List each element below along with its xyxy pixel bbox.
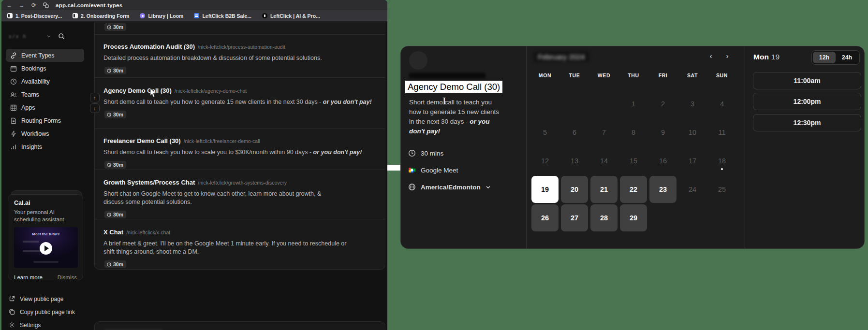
forward-icon[interactable]: → bbox=[19, 2, 25, 8]
event-card[interactable]: X Chat/nick-leftclick/x-chat A brief mee… bbox=[95, 219, 385, 269]
duration-row: 30 mins bbox=[408, 149, 443, 157]
move-up-button[interactable]: ↑ bbox=[90, 93, 100, 102]
search-icon[interactable] bbox=[58, 33, 65, 40]
calendar-day[interactable]: 20 bbox=[561, 176, 588, 203]
month-label-blurred: February 2024 bbox=[534, 52, 589, 62]
event-card[interactable]: Freelancer Demo Call (30)/nick-leftclick… bbox=[95, 129, 385, 170]
calendar-day: 3 bbox=[679, 90, 706, 117]
calendar-day[interactable]: 22 bbox=[620, 176, 647, 203]
event-card[interactable]: Process Automation Audit (30)/nick-leftc… bbox=[95, 34, 385, 77]
toggle-24h[interactable]: 24h bbox=[836, 52, 858, 63]
timezone-selector[interactable]: America/Edmonton bbox=[408, 183, 491, 191]
event-card[interactable]: Growth Systems/Process Chat/nick-leftcli… bbox=[95, 170, 385, 219]
bar-chart-icon bbox=[10, 143, 17, 150]
view-public-page-link[interactable]: View public page bbox=[9, 292, 84, 305]
sidebar-item-teams[interactable]: Teams bbox=[6, 88, 84, 101]
sidebar-item-event-types[interactable]: Event Types bbox=[6, 49, 84, 62]
prev-month-button[interactable]: ‹ bbox=[707, 52, 715, 60]
calendar-day: 18 bbox=[708, 147, 736, 174]
duration-badge: 30m bbox=[104, 260, 126, 268]
copy-public-page-link[interactable]: Copy public page link bbox=[9, 305, 84, 318]
sidebar-item-routing-forms[interactable]: Routing Forms bbox=[6, 114, 84, 127]
play-button[interactable] bbox=[40, 242, 52, 255]
reload-icon[interactable]: ⟳ bbox=[31, 2, 36, 8]
learn-more-button[interactable]: Learn more bbox=[14, 274, 43, 280]
black-circle-icon bbox=[262, 13, 267, 18]
calendar-day: 15 bbox=[620, 147, 647, 174]
browser-window: ← → ⟳ app.cal.com/event-types 1. Post-Di… bbox=[1, 0, 387, 330]
sidebar-item-workflows[interactable]: Workflows bbox=[6, 127, 84, 140]
dismiss-button[interactable]: Dismiss bbox=[58, 274, 77, 280]
calendar-day[interactable]: 29 bbox=[620, 204, 647, 231]
sidebar-item-availability[interactable]: Availability bbox=[6, 75, 84, 88]
calendar-day[interactable]: 27 bbox=[561, 204, 588, 231]
calendar-day: 13 bbox=[561, 147, 588, 174]
event-type-list: 30m Process Automation Audit (30)/nick-l… bbox=[94, 22, 385, 270]
file-icon bbox=[10, 117, 17, 124]
calendar-day[interactable]: 23 bbox=[649, 176, 677, 203]
loom-icon bbox=[140, 13, 145, 18]
calendar-day: 17 bbox=[679, 147, 706, 174]
grid-icon bbox=[10, 104, 17, 111]
workspace-name-blurred[interactable]: s / x h bbox=[9, 33, 46, 39]
calendar-grid: 1234567891011121314151617181920212223242… bbox=[531, 90, 736, 231]
booking-info-panel: Agency Demo Call (30) Short demo call to… bbox=[401, 46, 527, 248]
event-description: Detailed process automation breakdown & … bbox=[103, 54, 377, 62]
bookmark-item[interactable]: 1. Post-Discovery... bbox=[7, 13, 62, 19]
sidebar-item-bookings[interactable]: Bookings bbox=[6, 62, 84, 75]
event-card[interactable]: ↑ ↓ Agency Demo Call (30)/nick-leftclick… bbox=[95, 77, 385, 129]
duration-badge: 30m bbox=[104, 111, 126, 118]
event-slug: /nick-leftclick/process-automation-audit bbox=[198, 44, 285, 50]
sidebar-item-label: Teams bbox=[21, 91, 39, 98]
sidebar-item-apps[interactable]: Apps bbox=[6, 101, 84, 114]
browser-url-bar: ← → ⟳ app.cal.com/event-types bbox=[1, 0, 387, 10]
event-title: Freelancer Demo Call (30) bbox=[103, 137, 181, 144]
day-header: MON bbox=[531, 72, 559, 78]
calendar-day: 25 bbox=[708, 176, 736, 203]
calendar-day[interactable]: 26 bbox=[531, 204, 559, 231]
bookmark-item[interactable]: 2. Onboarding Form bbox=[73, 13, 129, 19]
calendar-day: 24 bbox=[679, 176, 706, 203]
sidebar-item-insights[interactable]: Insights bbox=[6, 140, 84, 153]
promo-video-thumbnail[interactable]: Meet the future bbox=[14, 227, 78, 268]
duration-badge: 30m bbox=[104, 161, 126, 169]
clock-icon bbox=[107, 25, 111, 29]
calendar-day bbox=[561, 90, 588, 117]
link-icon bbox=[10, 52, 17, 59]
event-slug: /nick-leftclick/freelancer-demo-call bbox=[184, 138, 260, 144]
move-down-button[interactable]: ↓ bbox=[90, 103, 100, 113]
clock-icon bbox=[107, 69, 111, 73]
sidebar-item-label: Routing Forms bbox=[21, 117, 61, 124]
bookmark-item[interactable]: LeftClick | AI & Pro... bbox=[262, 13, 320, 19]
event-title: Growth Systems/Process Chat bbox=[103, 179, 195, 186]
time-slot[interactable]: 12:00pm bbox=[753, 93, 861, 110]
toggle-12h[interactable]: 12h bbox=[813, 52, 836, 63]
calendar-day bbox=[590, 90, 618, 117]
time-slot[interactable]: 11:00am bbox=[753, 72, 861, 89]
time-slot[interactable]: 12:30pm bbox=[753, 114, 861, 131]
event-card-partial[interactable]: 30m bbox=[95, 22, 385, 34]
back-icon[interactable]: ← bbox=[6, 2, 12, 8]
calendar-day[interactable]: 19 bbox=[531, 176, 559, 203]
selected-day-label: Mon19 bbox=[753, 53, 780, 61]
bookmark-item[interactable]: LeftClick B2B Sale... bbox=[194, 13, 251, 19]
next-month-button[interactable]: › bbox=[723, 52, 731, 60]
host-avatar bbox=[409, 51, 427, 70]
site-info-icon[interactable] bbox=[43, 2, 49, 8]
sidebar-item-label: Insights bbox=[21, 143, 42, 150]
event-slug: /nick-leftclick/x-chat bbox=[126, 230, 170, 235]
time-slots-panel: Mon19 12h 24h 11:00am 12:00pm 12:30pm bbox=[745, 46, 864, 248]
calendar-day: 1 bbox=[620, 90, 647, 117]
sidebar-nav: Event Types Bookings Availability Teams … bbox=[6, 49, 84, 153]
calendar-day: 9 bbox=[649, 119, 677, 146]
settings-link[interactable]: Settings bbox=[9, 318, 84, 330]
today-dot bbox=[721, 168, 723, 170]
sidebar-item-label: Bookings bbox=[21, 65, 46, 72]
bookmark-item[interactable]: Library | Loom bbox=[140, 13, 183, 19]
calendar-day[interactable]: 21 bbox=[590, 176, 618, 203]
clock-icon bbox=[408, 149, 416, 157]
url-text[interactable]: app.cal.com/event-types bbox=[56, 2, 122, 8]
calendar-day[interactable]: 28 bbox=[590, 204, 618, 231]
chevron-down-icon[interactable] bbox=[46, 34, 51, 39]
event-description: A brief meet & greet. I'll be on the Goo… bbox=[103, 240, 355, 256]
